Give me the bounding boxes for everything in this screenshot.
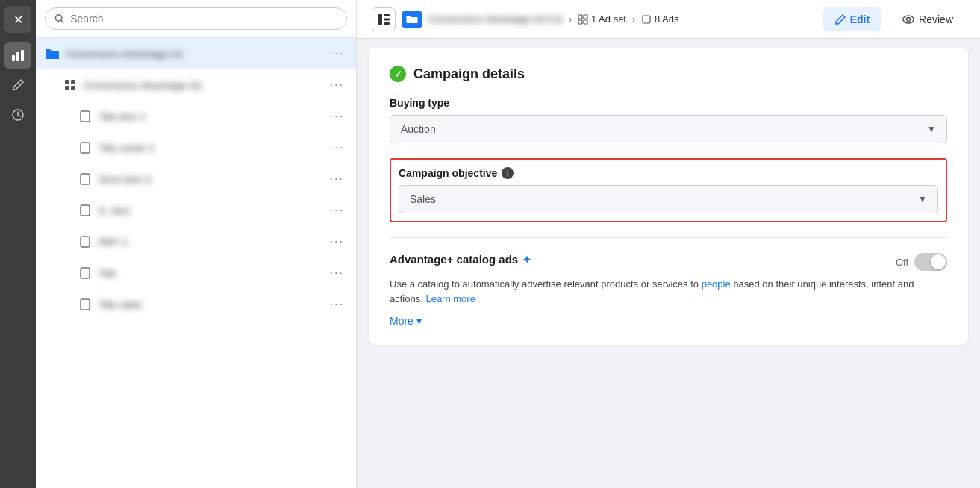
list-item-more[interactable]: ··· [327, 140, 347, 156]
doc-icon-wrap [78, 234, 93, 249]
buying-type-select[interactable]: Auction ▼ [390, 115, 947, 143]
people-link[interactable]: people [702, 278, 731, 290]
adset-item[interactable]: Conversions Advantage AD ··· [36, 69, 356, 101]
sidebar-toggle-icon [378, 14, 390, 25]
close-button[interactable]: ✕ [4, 6, 31, 33]
campaign-folder-more[interactable]: ··· [327, 46, 347, 62]
more-link[interactable]: More ▾ [390, 315, 947, 327]
edit-button[interactable]: Edit [823, 7, 881, 31]
nav-clock[interactable] [4, 101, 31, 128]
list-item[interactable]: G. Item ··· [36, 195, 356, 226]
learn-more-link[interactable]: Learn more [425, 293, 475, 304]
list-item-more[interactable]: ··· [327, 108, 347, 125]
list-item-label: Title video [99, 299, 321, 310]
svg-rect-11 [81, 174, 90, 184]
svg-rect-18 [384, 18, 390, 20]
document-icon [80, 236, 90, 248]
advantage-description: Use a catalog to automatically advertise… [390, 277, 947, 306]
buying-type-label: Buying type [390, 97, 947, 109]
objective-label-row: Campaign objective i [399, 167, 938, 179]
search-bar [36, 0, 356, 38]
toggle-wrap: Off [896, 253, 947, 271]
eye-icon [902, 15, 914, 24]
toggle-off-label: Off [896, 257, 908, 268]
svg-rect-10 [81, 143, 90, 153]
svg-rect-9 [81, 111, 90, 122]
document-icon [80, 142, 90, 154]
breadcrumb-sep-1: › [569, 14, 572, 25]
svg-rect-21 [584, 15, 587, 19]
list-item[interactable]: Title item 1 ··· [36, 101, 356, 132]
svg-rect-8 [71, 86, 75, 90]
review-button-label: Review [919, 13, 953, 25]
list-item-label: Title center 2 [99, 143, 321, 154]
list-item-more[interactable]: ··· [327, 171, 347, 187]
list-item[interactable]: Title center 2 ··· [36, 132, 356, 163]
nav-chart[interactable] [4, 42, 31, 69]
list-item[interactable]: Short item 3 ··· [36, 163, 356, 195]
chart-bar-icon [11, 49, 25, 62]
sparkle-icon: ✦ [522, 254, 531, 266]
search-input-wrap[interactable] [45, 7, 347, 30]
doc-icon-wrap [78, 172, 93, 187]
nav-edit[interactable] [4, 72, 31, 98]
sidebar-toggle-button[interactable] [372, 7, 396, 31]
status-check-icon: ✓ [390, 66, 406, 82]
svg-rect-1 [16, 52, 19, 61]
breadcrumb-ads-label: 8 Ads [655, 13, 679, 25]
list-item-more[interactable]: ··· [327, 265, 347, 281]
svg-rect-6 [71, 80, 75, 84]
adset-breadcrumb-icon [578, 14, 588, 25]
objective-info-icon[interactable]: i [502, 167, 514, 179]
top-bar: Conversions Advantage Ad Campaign › 1 Ad… [357, 0, 980, 39]
grid-icon [64, 79, 76, 91]
svg-rect-14 [81, 268, 90, 278]
clock-icon [11, 108, 25, 122]
top-actions: Edit Review [823, 7, 965, 31]
doc-icon-wrap [78, 203, 93, 218]
list-item[interactable]: RMT 2 ··· [36, 226, 356, 257]
advantage-header: Advantage+ catalog ads ✦ Off [390, 253, 947, 271]
pencil-icon [11, 78, 25, 92]
breadcrumb: Conversions Advantage Ad Campaign › 1 Ad… [372, 7, 679, 31]
edit-pencil-icon [835, 14, 846, 25]
list-item-more[interactable]: ··· [327, 234, 347, 250]
objective-value: Sales [410, 193, 436, 205]
edit-button-label: Edit [850, 13, 870, 25]
document-icon [80, 110, 90, 122]
review-button[interactable]: Review [890, 7, 965, 31]
buying-type-field: Buying type Auction ▼ [390, 97, 947, 143]
svg-rect-12 [81, 205, 90, 216]
card-title-text: Campaign details [413, 66, 525, 82]
campaign-folder-label: Conversions Advantage Ad [66, 49, 321, 60]
document-icon [80, 267, 90, 279]
list-item-more[interactable]: ··· [327, 296, 347, 313]
svg-rect-19 [384, 22, 390, 25]
advantage-title-text: Advantage+ catalog ads [390, 253, 518, 266]
svg-point-26 [907, 17, 911, 21]
breadcrumb-campaign-name: Conversions Advantage Ad Campaign [428, 13, 563, 25]
campaign-list-panel: Conversions Advantage Ad ··· Conversions… [36, 0, 357, 488]
svg-rect-7 [65, 86, 69, 90]
adset-more[interactable]: ··· [327, 77, 347, 93]
campaign-folder-item[interactable]: Conversions Advantage Ad ··· [36, 38, 356, 69]
svg-rect-2 [21, 50, 24, 61]
campaign-objective-field: Campaign objective i Sales ▼ [390, 158, 947, 222]
breadcrumb-adset-label: 1 Ad set [591, 13, 626, 25]
svg-rect-0 [12, 55, 15, 61]
ads-breadcrumb-icon [641, 14, 652, 25]
svg-point-25 [903, 16, 914, 23]
svg-rect-16 [378, 14, 382, 25]
breadcrumb-folder-icon [402, 11, 422, 28]
list-item[interactable]: Title ··· [36, 257, 356, 289]
objective-select[interactable]: Sales ▼ [399, 185, 938, 213]
svg-rect-22 [578, 20, 582, 24]
advantage-toggle[interactable] [914, 253, 947, 271]
search-input[interactable] [70, 13, 337, 25]
advantage-desc-part1: Use a catalog to automatically advertise… [390, 278, 702, 290]
list-item[interactable]: Title video ··· [36, 289, 356, 320]
more-label: More [390, 315, 413, 327]
campaign-details-card: ✓ Campaign details Buying type Auction ▼… [369, 48, 968, 345]
objective-chevron: ▼ [918, 194, 927, 204]
list-item-more[interactable]: ··· [327, 202, 347, 219]
